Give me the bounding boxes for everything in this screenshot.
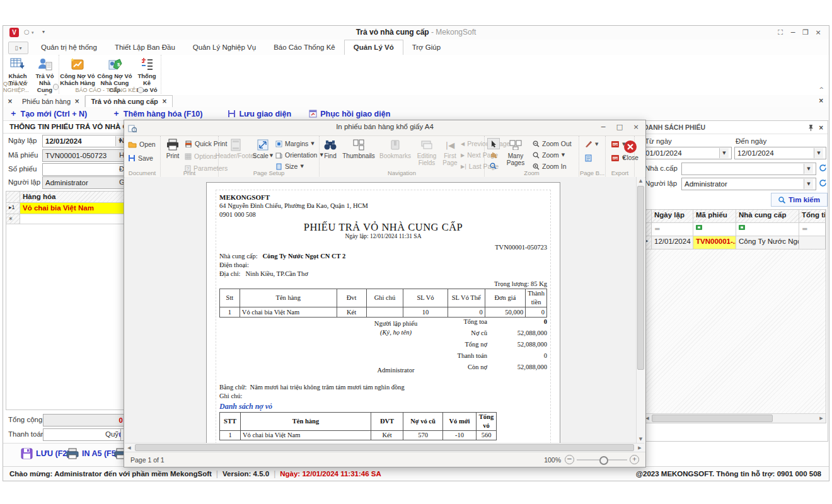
tu-ngay-combobox[interactable]: 01/01/2024▼ xyxy=(642,147,732,159)
grid-horizontal-scrollbar[interactable]: ◀ ▶ xyxy=(643,413,826,423)
them-hang-hoa-button[interactable]: ＋Thêm hàng hóa (F10) xyxy=(112,108,202,119)
nguoi-lap-field[interactable]: Administrator xyxy=(42,176,128,189)
tim-kiem-button[interactable]: Tìm kiếm xyxy=(771,193,828,207)
scroll-down-icon[interactable]: ▼ xyxy=(637,435,645,443)
minimize-icon[interactable]: − xyxy=(789,28,797,37)
editing-fields-button[interactable]: EditingFields xyxy=(414,137,439,166)
save-button[interactable]: Save xyxy=(128,153,153,163)
den-ngay-combobox[interactable]: 12/01/2024▼ xyxy=(734,147,826,159)
scroll-left-icon[interactable]: ◀ xyxy=(125,445,134,450)
nguoi-lap-combobox[interactable]: Administrator▼ xyxy=(681,178,816,190)
group-dialog-launcher-icon[interactable] xyxy=(137,87,144,93)
ribbon-tab-bao-cao-thong-ke[interactable]: Báo Cáo Thống Kê xyxy=(265,40,344,55)
scroll-right-icon[interactable]: ▶ xyxy=(635,445,644,450)
dialog-titlebar[interactable]: In phiếu bán hàng khổ giấy A4 − □ × xyxy=(124,120,645,136)
close-preview-button[interactable]: Close xyxy=(616,139,644,161)
fit-window-icon[interactable]: ⛶ xyxy=(776,28,785,37)
print-button[interactable]: Print xyxy=(162,137,183,159)
grid-header-ma-phieu[interactable]: Mã phiếu xyxy=(693,210,736,223)
tab-tra-vo-nha-cung-cap[interactable]: Trả vỏ nhà cung cấp× xyxy=(85,95,173,108)
in-a5-button[interactable]: IN A5 (F5) xyxy=(66,448,118,459)
so-phieu-field[interactable] xyxy=(42,163,128,176)
scrollbar-thumb[interactable] xyxy=(652,415,773,422)
hand-tool-button[interactable] xyxy=(487,149,499,159)
refresh-supplier-icon[interactable] xyxy=(819,164,827,172)
ma-phieu-field[interactable]: TVN00001-050723 xyxy=(42,149,128,162)
tong-cong-field[interactable]: 0 xyxy=(43,414,126,427)
zoom-out-button[interactable]: Zoom Out xyxy=(533,139,572,149)
pin-icon[interactable] xyxy=(808,124,814,131)
thumbnails-button[interactable]: Thumbnails xyxy=(341,137,376,159)
header-footer-button[interactable]: Header/Footer xyxy=(220,137,251,159)
preview-vertical-scrollbar[interactable]: ▲ ▼ xyxy=(636,177,645,443)
ribbon-app-button[interactable]: ▯▾ xyxy=(8,42,28,54)
many-pages-button[interactable]: Many Pages xyxy=(501,137,530,166)
den-ngay-label: Đến ngày xyxy=(736,137,766,145)
collapse-ribbon-chevron-icon[interactable]: ^ xyxy=(819,86,824,93)
grid-header-ngay-lap[interactable]: Ngày lập xyxy=(652,210,693,223)
ribbon-tab-quan-ly-nghiep-vu[interactable]: Quản Lý Nghiệp Vụ xyxy=(184,40,265,55)
filter-cell-number[interactable]: = xyxy=(799,223,826,236)
filter-cell-text[interactable] xyxy=(693,223,736,236)
scrollbar-thumb[interactable] xyxy=(135,444,634,451)
scroll-up-icon[interactable]: ▲ xyxy=(637,177,645,185)
group-dialog-launcher-icon[interactable] xyxy=(53,84,59,90)
tao-moi-button[interactable]: ＋Tạo mới (Ctrl + N) xyxy=(9,108,87,119)
bookmarks-button[interactable]: Bookmarks xyxy=(378,137,413,159)
scale-button[interactable]: Scale▼ xyxy=(253,137,273,159)
chevron-down-icon[interactable]: ▼ xyxy=(719,148,729,158)
close-all-tabs-icon[interactable]: × xyxy=(3,98,17,105)
open-button[interactable]: Open xyxy=(128,139,156,149)
phuc-hoi-giao-dien-button[interactable]: Phục hồi giao diện xyxy=(309,110,390,118)
chevron-down-icon[interactable]: ▼ xyxy=(814,148,823,158)
first-page-button[interactable]: |◀ FirstPage xyxy=(441,137,459,166)
close-tab-icon[interactable]: × xyxy=(162,96,167,107)
preview-area[interactable]: MEKONGSOFT 64 Nguyễn Đình Chiểu, Phường … xyxy=(125,177,636,443)
find-button[interactable]: Find xyxy=(321,137,340,159)
thumbnails-icon xyxy=(353,139,364,151)
ribbon-tab-thiet-lap-ban-dau[interactable]: Thiết Lập Ban Đầu xyxy=(106,40,184,55)
nha-ccap-combobox[interactable]: ▼ xyxy=(681,163,816,175)
scrollbar-thumb[interactable] xyxy=(637,186,644,370)
ribbon-tab-quan-tri-he-thong[interactable]: Quản trị hệ thống xyxy=(32,40,106,55)
chevron-down-icon[interactable]: ▼ xyxy=(804,179,813,189)
dialog-minimize-icon[interactable]: − xyxy=(599,123,608,132)
page-color-button[interactable] xyxy=(585,153,592,163)
grid-header-nha-cung-cap[interactable]: Nhà cung cấp xyxy=(736,210,799,223)
dialog-close-icon[interactable]: × xyxy=(632,123,640,132)
grid-header-tong-tien[interactable]: Tổng tiền xyxy=(799,210,826,223)
ngay-lap-combobox[interactable]: 12/01/2024▼ xyxy=(42,135,128,147)
maximize-icon[interactable]: ❐ xyxy=(801,28,810,37)
close-window-icon[interactable]: × xyxy=(814,28,823,37)
orientation-button[interactable]: Orientation▼ xyxy=(275,150,323,160)
zoom-slider[interactable] xyxy=(577,459,627,461)
zoom-button[interactable]: Zoom▼ xyxy=(533,150,565,160)
tra-vo-nha-cung-cap-button[interactable]: Trả Vỏ NhàCung Cấp xyxy=(31,56,59,100)
preview-horizontal-scrollbar[interactable]: ◀ ▶ xyxy=(125,443,644,452)
close-tab-bar-icon[interactable]: × xyxy=(819,97,824,104)
margins-button[interactable]: Margins▼ xyxy=(275,139,315,149)
zoom-slider-plus-icon[interactable]: ＋ xyxy=(630,455,639,464)
tab-phieu-ban-hang[interactable]: Phiếu bán hàng× xyxy=(17,96,85,107)
toolbar-group-zoom: Many Pages Zoom Out Zoom▼ Zoom In Zoom xyxy=(485,136,579,176)
dialog-maximize-icon[interactable]: □ xyxy=(615,123,624,132)
ribbon-tab-tro-giup[interactable]: Trợ Giúp xyxy=(403,40,449,55)
luu-button[interactable]: LƯU (F2) xyxy=(21,448,69,459)
filter-cell-text[interactable] xyxy=(736,223,799,236)
options-button[interactable]: Options xyxy=(185,151,217,161)
close-tab-icon[interactable]: × xyxy=(74,96,79,107)
watermark-button[interactable]: ▼ xyxy=(584,139,598,149)
zoom-slider-minus-icon[interactable]: − xyxy=(565,455,574,464)
pointer-tool-button[interactable] xyxy=(487,138,500,149)
ribbon-tab-quan-ly-vo[interactable]: Quản Lý Vỏ xyxy=(344,40,403,55)
luu-giao-dien-button[interactable]: Lưu giao diện xyxy=(228,110,291,118)
zoom-slider-knob[interactable] xyxy=(599,456,608,465)
filter-cell-date[interactable]: = xyxy=(652,223,693,236)
chevron-down-icon[interactable]: ▼ xyxy=(804,164,813,174)
close-panel-icon[interactable]: × xyxy=(819,124,824,131)
refresh-creator-icon[interactable] xyxy=(819,179,827,187)
ribbon-tab-bar: ▯▾ Quản trị hệ thống Thiết Lập Ban Đầu Q… xyxy=(3,40,829,55)
table-row[interactable]: ▸ 12/01/2024 TVN00001-... Công Ty Nước N… xyxy=(643,236,826,249)
scroll-right-icon[interactable]: ▶ xyxy=(817,416,826,421)
cong-no-vo-khach-hang-button[interactable]: Công Nợ VỏKhách Hàng xyxy=(60,56,95,86)
